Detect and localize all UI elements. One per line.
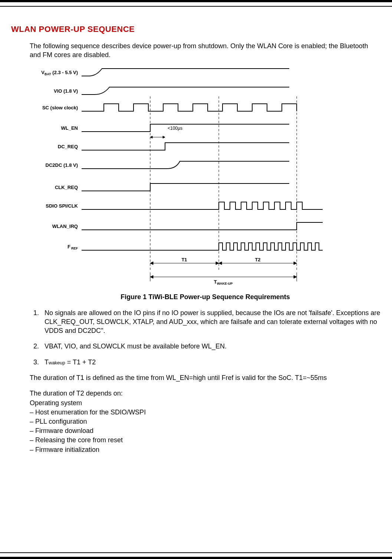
t2-intro: The duration of T2 depends on: xyxy=(30,389,381,398)
timing-diagram: VBAT (2.3 - 5.5 V) VIO (1.8 V) SC (slow … xyxy=(30,65,345,291)
annot-100us: <100µs xyxy=(168,126,182,131)
intro-paragraph: The following sequence describes device … xyxy=(30,42,381,60)
t2-item: – Releasing the core from reset xyxy=(30,436,381,445)
label-wlanirq: WLAN_IRQ xyxy=(52,224,78,229)
list-item: No signals are allowed on the IO pins if… xyxy=(41,308,381,335)
label-dcreq: DC_REQ xyxy=(58,144,78,149)
svg-marker-8 xyxy=(216,262,219,265)
list-item: Twakeup = T1 + T2 xyxy=(41,358,381,367)
t2-item: – Firmware download xyxy=(30,426,381,436)
t2-block: The duration of T2 depends on: Operating… xyxy=(30,389,381,454)
label-dc2dc: DC2DC (1.8 V) xyxy=(46,162,78,168)
label-wlen: WL_EN xyxy=(61,125,78,131)
t2-item: – Firmware initialization xyxy=(30,445,381,454)
label-clkreq: CLK_REQ xyxy=(55,185,78,190)
list-item: VBAT, VIO, and SLOWCLK must be available… xyxy=(41,342,381,351)
t2-item: – PLL configuration xyxy=(30,417,381,426)
figure-1: VBAT (2.3 - 5.5 V) VIO (1.8 V) SC (slow … xyxy=(30,65,381,301)
label-sc: SC (slow clock) xyxy=(42,105,78,110)
numbered-list: No signals are allowed on the IO pins if… xyxy=(30,308,381,367)
label-fref: FREF xyxy=(67,244,78,250)
label-t1: T1 xyxy=(181,257,187,262)
label-vbat: VBAT (2.3 - 5.5 V) xyxy=(41,70,78,76)
label-sdio: SDIO SPI/CLK xyxy=(46,203,78,209)
svg-marker-13 xyxy=(150,275,153,278)
label-twakeup: TWAKE-UP xyxy=(214,279,233,285)
t2-item: Operating system xyxy=(30,398,381,408)
svg-marker-5 xyxy=(163,136,165,138)
label-vio: VIO (1.8 V) xyxy=(54,88,78,94)
svg-marker-14 xyxy=(294,275,297,278)
svg-marker-11 xyxy=(294,262,297,265)
label-t2: T2 xyxy=(255,257,260,262)
svg-marker-7 xyxy=(150,262,153,265)
svg-marker-10 xyxy=(219,262,222,265)
t1-paragraph: The duration of T1 is defined as the tim… xyxy=(30,373,381,382)
svg-marker-4 xyxy=(150,136,152,138)
section-heading: WLAN POWER-UP SEQUENCE xyxy=(11,24,381,34)
figure-caption: Figure 1 TiWi-BLE Power-up Sequence Requ… xyxy=(30,293,381,301)
t2-item: – Host enumeration for the SDIO/WSPI xyxy=(30,408,381,417)
